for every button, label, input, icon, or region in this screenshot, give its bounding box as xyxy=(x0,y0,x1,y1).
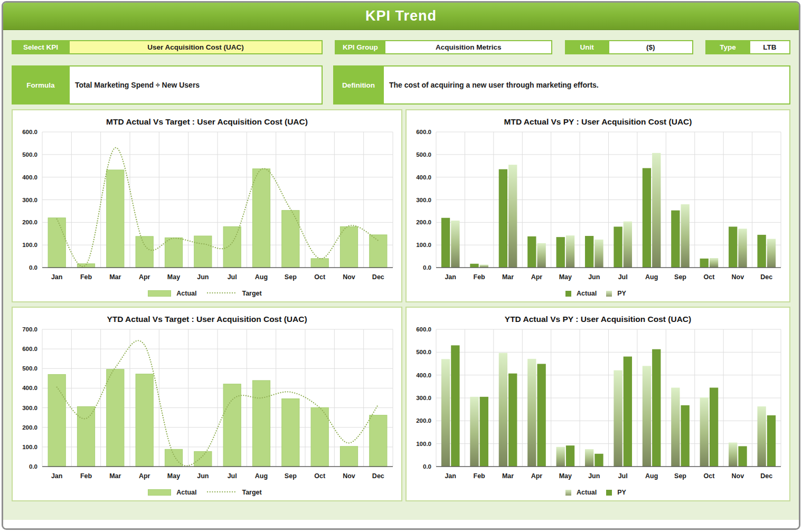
chart-svg: 0.0100.0200.0300.0400.0500.0600.0JanFebM… xyxy=(407,324,789,484)
bar-actual-jun xyxy=(585,449,593,467)
bar-actual-nov xyxy=(340,446,357,467)
bar-actual-oct xyxy=(700,259,709,268)
bar-py-mar xyxy=(508,165,517,268)
x-label-jan: Jan xyxy=(445,472,456,480)
bar-py-dec xyxy=(767,239,776,268)
legend-label-py: PY xyxy=(617,290,626,297)
bar-actual-feb xyxy=(470,397,478,467)
select-kpi-control: Select KPI User Acquisition Cost (UAC) xyxy=(12,40,323,54)
x-label-oct: Oct xyxy=(314,273,326,281)
bar-py-may xyxy=(566,235,574,268)
chart-legend: ActualTarget xyxy=(13,286,401,301)
formula-label: Formula xyxy=(13,66,69,103)
svg-text:500.0: 500.0 xyxy=(416,151,431,158)
chart-title: MTD Actual Vs Target : User Acquisition … xyxy=(13,110,401,127)
bar-py-nov xyxy=(738,446,747,467)
footer-strip xyxy=(3,520,799,528)
bar-actual-nov xyxy=(729,226,737,268)
legend-label-actual: Actual xyxy=(176,489,196,496)
chart-plot: 0.0100.0200.0300.0400.0500.0600.0700.0Ja… xyxy=(13,324,401,484)
x-label-nov: Nov xyxy=(343,273,355,281)
bar-py-feb xyxy=(480,264,488,268)
bar-actual-jul xyxy=(223,226,241,268)
bar-actual-jul xyxy=(614,370,622,467)
legend-swatch-py xyxy=(606,291,612,297)
chart-svg: 0.0100.0200.0300.0400.0500.0600.0JanFebM… xyxy=(13,127,401,286)
chart-svg: 0.0100.0200.0300.0400.0500.0600.0JanFebM… xyxy=(407,127,789,286)
bar-actual-apr xyxy=(527,359,536,467)
bar-actual-sep xyxy=(671,388,680,467)
svg-text:0.0: 0.0 xyxy=(423,264,431,271)
dashboard-window: KPI Trend Select KPI User Acquisition Co… xyxy=(2,1,800,530)
bar-actual-jun xyxy=(194,236,212,268)
legend-label-py: PY xyxy=(617,489,626,496)
x-label-apr: Apr xyxy=(531,472,543,480)
x-label-jun: Jun xyxy=(588,472,600,480)
chart-panel-mtd-vs-target: MTD Actual Vs Target : User Acquisition … xyxy=(12,109,402,302)
bar-actual-feb xyxy=(470,264,478,268)
bar-actual-mar xyxy=(107,369,124,467)
select-kpi-label: Select KPI xyxy=(13,41,69,53)
bar-py-dec xyxy=(767,415,776,467)
bar-py-jan xyxy=(451,345,459,467)
unit-control: Unit ($) xyxy=(565,40,693,54)
x-label-dec: Dec xyxy=(760,273,772,281)
bar-actual-apr xyxy=(527,236,536,268)
kpi-group-control: KPI Group Acquisition Metrics xyxy=(335,40,552,54)
svg-text:400.0: 400.0 xyxy=(22,385,37,391)
bar-actual-may xyxy=(556,447,565,467)
svg-text:0.0: 0.0 xyxy=(29,264,37,271)
bar-py-jun xyxy=(595,454,603,467)
x-label-oct: Oct xyxy=(314,472,326,480)
legend-swatch-actual xyxy=(565,291,571,297)
select-kpi-value[interactable]: User Acquisition Cost (UAC) xyxy=(70,41,322,53)
svg-text:0.0: 0.0 xyxy=(423,463,431,470)
svg-text:100.0: 100.0 xyxy=(22,444,37,450)
formula-box: Formula Total Marketing Spend ÷ New User… xyxy=(12,65,323,104)
x-label-may: May xyxy=(167,273,180,281)
bar-actual-sep xyxy=(282,398,299,467)
x-label-feb: Feb xyxy=(474,472,486,480)
x-label-nov: Nov xyxy=(732,472,744,480)
bar-py-aug xyxy=(652,153,661,268)
svg-text:600.0: 600.0 xyxy=(416,129,431,135)
bar-actual-jan xyxy=(441,218,450,268)
bar-actual-oct xyxy=(700,397,709,467)
bar-actual-aug xyxy=(252,169,270,268)
x-label-apr: Apr xyxy=(139,472,150,480)
x-label-apr: Apr xyxy=(139,273,150,281)
x-label-nov: Nov xyxy=(343,472,355,480)
svg-text:200.0: 200.0 xyxy=(416,417,431,424)
bar-actual-jan xyxy=(48,218,65,268)
bar-py-jul xyxy=(624,222,632,268)
chart-plot: 0.0100.0200.0300.0400.0500.0600.0JanFebM… xyxy=(13,127,401,286)
bar-actual-dec xyxy=(757,406,766,467)
unit-value: ($) xyxy=(609,41,692,53)
x-label-may: May xyxy=(559,273,572,281)
svg-text:300.0: 300.0 xyxy=(416,197,431,203)
bar-actual-jan xyxy=(48,374,65,467)
bar-py-jan xyxy=(451,221,459,268)
definition-value: The cost of acquiring a new user through… xyxy=(384,66,789,103)
chart-title: YTD Actual Vs PY : User Acquisition Cost… xyxy=(407,308,789,324)
svg-text:300.0: 300.0 xyxy=(22,197,37,203)
svg-text:400.0: 400.0 xyxy=(416,372,431,378)
x-label-jan: Jan xyxy=(51,472,63,480)
chart-legend: ActualTarget xyxy=(13,484,401,500)
svg-text:300.0: 300.0 xyxy=(416,395,431,401)
svg-text:300.0: 300.0 xyxy=(22,405,37,411)
x-label-jul: Jul xyxy=(228,472,237,480)
x-label-aug: Aug xyxy=(645,472,658,480)
x-label-jun: Jun xyxy=(197,472,209,480)
svg-text:100.0: 100.0 xyxy=(22,242,37,248)
dashboard-body: Select KPI User Acquisition Cost (UAC) K… xyxy=(3,30,799,520)
legend-swatch-actual xyxy=(148,489,171,496)
unit-label: Unit xyxy=(566,41,608,53)
legend-label-target: Target xyxy=(242,290,261,297)
info-row: Formula Total Marketing Spend ÷ New User… xyxy=(12,65,790,104)
chart-legend: ActualPY xyxy=(407,286,789,301)
bar-actual-aug xyxy=(643,366,651,467)
chart-panel-ytd-vs-py: YTD Actual Vs PY : User Acquisition Cost… xyxy=(405,307,790,501)
chart-title: MTD Actual Vs PY : User Acquisition Cost… xyxy=(407,110,789,127)
legend-swatch-actual xyxy=(565,490,571,496)
